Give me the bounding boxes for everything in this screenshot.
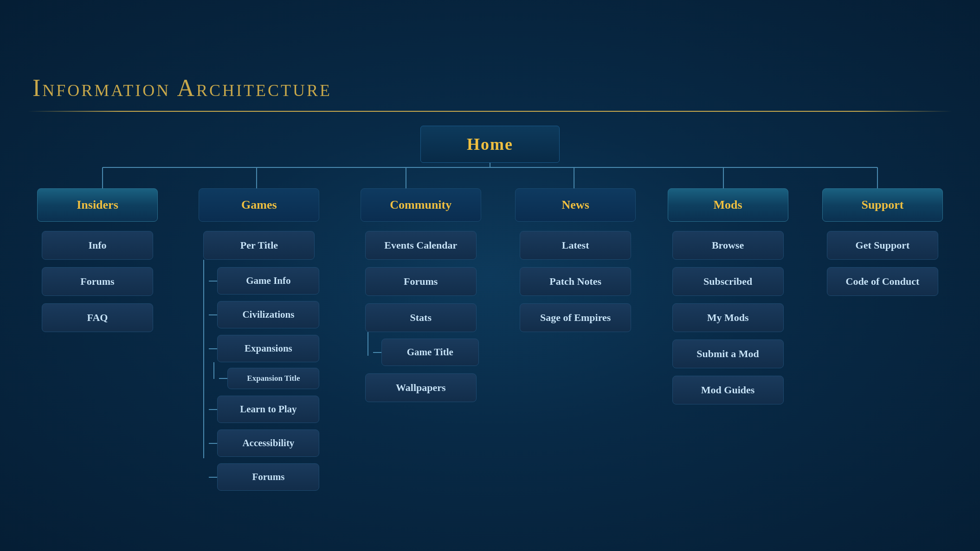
community-wallpapers[interactable]: Wallpapers (365, 373, 477, 402)
community-events[interactable]: Events Calendar (365, 231, 477, 260)
games-game-info[interactable]: Game Info (217, 267, 319, 295)
games-civilizations[interactable]: Civilizations (217, 301, 319, 328)
games-accessibility[interactable]: Accessibility (217, 429, 319, 457)
games-per-title[interactable]: Per Title (203, 231, 315, 260)
insiders-forums[interactable]: Forums (42, 267, 153, 296)
mods-my-mods[interactable]: My Mods (672, 303, 784, 332)
columns-container: Insiders Info Forums FAQ Games Per Title… (28, 188, 952, 491)
mods-subscribed[interactable]: Subscribed (672, 267, 784, 296)
home-connectors-svg (28, 163, 952, 188)
games-header[interactable]: Games (199, 188, 319, 222)
ia-container: Information Architecture Home Insiders I… (28, 74, 952, 532)
games-expansion-title[interactable]: Expansion Title (227, 368, 319, 389)
home-box[interactable]: Home (420, 126, 560, 163)
col-support: Support Get Support Code of Conduct (813, 188, 952, 303)
insiders-faq[interactable]: FAQ (42, 303, 153, 332)
gold-separator (28, 111, 952, 112)
news-latest[interactable]: Latest (520, 231, 631, 260)
community-stats[interactable]: Stats (365, 303, 477, 332)
home-node: Home (28, 126, 952, 163)
games-expansions[interactable]: Expansions (217, 335, 319, 362)
mods-submit[interactable]: Submit a Mod (672, 340, 784, 368)
news-header[interactable]: News (515, 188, 636, 222)
mods-browse[interactable]: Browse (672, 231, 784, 260)
community-forums[interactable]: Forums (365, 267, 477, 296)
col-insiders: Insiders Info Forums FAQ (28, 188, 167, 340)
page-title: Information Architecture (32, 74, 952, 102)
support-get-support[interactable]: Get Support (827, 231, 938, 260)
games-forums[interactable]: Forums (217, 463, 319, 491)
community-game-title[interactable]: Game Title (381, 339, 479, 366)
games-learn-to-play[interactable]: Learn to Play (217, 396, 319, 423)
col-community: Community Events Calendar Forums Stats G… (351, 188, 490, 410)
news-patch-notes[interactable]: Patch Notes (520, 267, 631, 296)
mods-guides[interactable]: Mod Guides (672, 376, 784, 404)
support-header[interactable]: Support (822, 188, 943, 222)
news-sage-of-empires[interactable]: Sage of Empires (520, 303, 631, 332)
insiders-info[interactable]: Info (42, 231, 153, 260)
support-code-of-conduct[interactable]: Code of Conduct (827, 267, 938, 296)
mods-header[interactable]: Mods (668, 188, 788, 222)
col-news: News Latest Patch Notes Sage of Empires (508, 188, 643, 340)
insiders-header[interactable]: Insiders (37, 188, 158, 222)
community-header[interactable]: Community (361, 188, 481, 222)
col-games: Games Per Title Game Info Civilizations (185, 188, 333, 491)
col-mods: Mods Browse Subscribed My Mods Submit a … (661, 188, 795, 412)
